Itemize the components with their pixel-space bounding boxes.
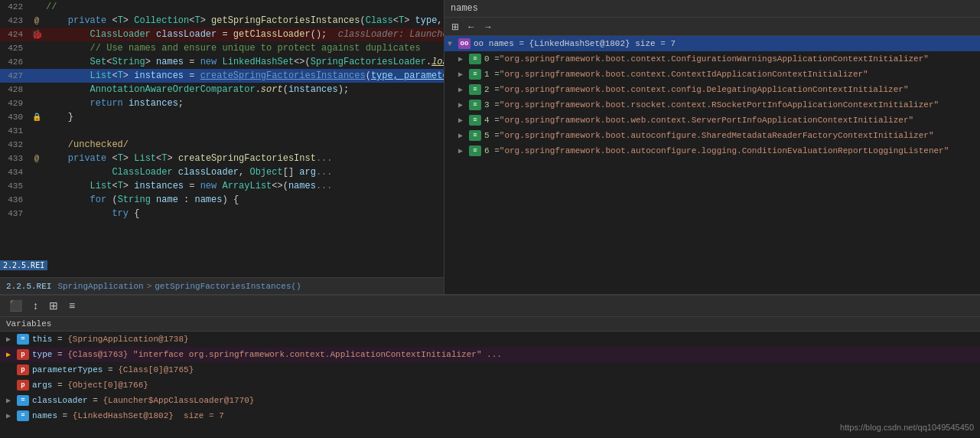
line-content-426: Set<String> names = new LinkedHashSet<>(… [44,57,444,67]
popup-item-2-index: 2 = [484,85,500,94]
popup-item-3-index: 3 = [484,100,500,110]
var-icon-names: = [17,410,29,421]
line-num-434: 434 [0,168,29,177]
popup-root-expand: ▼ [448,40,458,48]
popup-item-5-index: 5 = [484,131,500,140]
popup-forward-btn[interactable]: → [481,21,495,33]
popup-back-btn[interactable]: ← [464,21,478,33]
code-line-425: 425 // Use names and ensure unique to pr… [0,41,444,55]
var-expand-names: ▶ [6,411,17,420]
line-num-432: 432 [0,140,29,149]
var-eq-args: = [52,381,67,390]
var-name-paramtypes: parameterTypes [32,365,103,374]
popup-toolbar: ⊞ ← → [444,18,980,36]
line-icon-424: 🐞 [29,29,44,41]
line-num-429: 429 [0,99,29,108]
popup-item-2-icon: ≡ [469,84,481,95]
var-icon-classloader: = [17,395,29,406]
var-item-paramtypes[interactable]: p parameterTypes = {Class[0]@1765} [0,362,980,378]
popup-item-4-expand: ▶ [458,116,469,125]
var-expand-this: ▶ [6,335,17,344]
breadcrumb-separator: > [147,282,152,291]
line-num-426: 426 [0,57,29,67]
var-expand-type: ▶ [6,350,17,359]
var-item-classloader[interactable]: ▶ = classLoader = {Launcher$AppClassLoad… [0,393,980,408]
line-content-436: for (String name : names) { [44,194,444,205]
popup-item-4-val: "org.springframework.boot.web.context.Se… [500,116,913,125]
popup-item-3[interactable]: ▶ ≡ 3 = "org.springframework.boot.rsocke… [444,97,980,113]
var-item-names[interactable]: ▶ = names = {LinkedHashSet@1802} size = … [0,408,980,423]
line-content-437: try { [44,208,444,219]
line-num-422: 422 [0,2,29,11]
line-num-431: 431 [0,126,29,136]
line-content-433: private <T> List<T> createSpringFactorie… [44,153,444,164]
line-num-427: 427 [0,71,29,80]
code-line-433: 433 @ private <T> List<T> createSpringFa… [0,152,444,165]
debug-btn-1[interactable]: ⬛ [6,298,25,313]
line-content-434: ClassLoader classLoader, Object[] arg... [44,167,444,178]
debug-btn-2[interactable]: ↕ [30,298,41,313]
code-line-428: 428 AnnotationAwareOrderComparator.sort(… [0,83,444,96]
var-val-type: {Class@1763} "interface org.springframew… [67,350,502,359]
var-eq-paramtypes: = [103,365,118,374]
code-line-427: 427 List<T> instances = createSpringFact… [0,69,444,83]
var-name-classloader: classLoader [32,396,88,405]
popup-item-4-index: 4 = [484,116,500,125]
var-val-args: {Object[0]@1766} [67,381,148,390]
var-val-classloader: {Launcher$AppClassLoader@1770} [103,396,254,405]
line-content-427: List<T> instances = createSpringFactorie… [44,70,444,81]
breadcrumb-method[interactable]: getSpringFactoriesInstances() [155,282,301,291]
popup-root-icon: oo [458,38,470,49]
line-icon-423: @ [29,17,44,25]
popup-item-1[interactable]: ▶ ≡ 1 = "org.springframework.boot.contex… [444,67,980,82]
var-val-this: {SpringApplication@1738} [67,335,188,344]
var-eq-this: = [52,335,67,344]
var-eq-classloader: = [88,396,103,405]
code-lines: 422 // 423 @ private <T> Collection<T> g… [0,0,444,277]
popup-item-6[interactable]: ▶ ≡ 6 = "org.springframework.boot.autoco… [444,143,980,159]
variables-panel: Variables ▶ = this = {SpringApplication@… [0,316,980,438]
code-line-437: 437 try { [0,207,444,221]
popup-settings-btn[interactable]: ⊞ [449,21,461,33]
var-name-args: args [32,381,52,390]
variables-label: Variables [6,319,51,328]
code-line-431: 431 [0,124,444,138]
popup-item-4[interactable]: ▶ ≡ 4 = "org.springframework.boot.web.co… [444,113,980,128]
popup-item-3-expand: ▶ [458,100,469,110]
debug-btn-4[interactable]: ≡ [66,298,78,313]
var-item-args[interactable]: p args = {Object[0]@1766} [0,378,980,393]
line-num-433: 433 [0,154,29,163]
line-num-428: 428 [0,85,29,94]
popup-header: names [444,0,980,18]
var-icon-this: = [17,334,29,345]
popup-item-0-icon: ≡ [469,54,481,64]
popup-item-0[interactable]: ▶ ≡ 0 = "org.springframework.boot.contex… [444,51,980,67]
breadcrumb-spring[interactable]: SpringApplication [57,282,143,291]
var-item-this[interactable]: ▶ = this = {SpringApplication@1738} [0,332,980,347]
code-line-426: 426 Set<String> names = new LinkedHashSe… [0,55,444,69]
code-line-434: 434 ClassLoader classLoader, Object[] ar… [0,165,444,179]
line-content-432: /unchecked/ [44,139,444,150]
popup-item-5-icon: ≡ [469,130,481,141]
debug-btn-3[interactable]: ⊞ [46,298,61,313]
popup-item-2-expand: ▶ [458,85,469,94]
var-eq-type: = [52,350,67,359]
line-num-436: 436 [0,195,29,204]
line-content-425: // Use names and ensure unique to protec… [44,43,444,54]
code-line-422: 422 // [0,0,444,14]
popup-item-5[interactable]: ▶ ≡ 5 = "org.springframework.boot.autoco… [444,128,980,143]
popup-item-6-val: "org.springframework.boot.autoconfigure.… [500,146,949,155]
var-name-type: type [32,350,52,359]
popup-root-item[interactable]: ▼ oo oo names = {LinkedHashSet@1802} siz… [444,36,980,51]
popup-item-3-val: "org.springframework.boot.rsocket.contex… [500,100,939,110]
popup-item-2-val: "org.springframework.boot.context.config… [500,85,909,94]
code-line-429: 429 return instances; [0,96,444,110]
var-val-names: {LinkedHashSet@1802} size = 7 [73,411,224,420]
code-line-430: 430 🔒 } [0,110,444,124]
popup-item-2[interactable]: ▶ ≡ 2 = "org.springframework.boot.contex… [444,82,980,97]
editor-area: 422 // 423 @ private <T> Collection<T> g… [0,0,980,294]
line-content-423: private <T> Collection<T> getSpringFacto… [44,15,444,26]
debug-toolbar: ⬛ ↕ ⊞ ≡ [0,295,980,316]
var-item-type[interactable]: ▶ p type = {Class@1763} "interface org.s… [0,347,980,362]
var-icon-args: p [17,380,29,391]
